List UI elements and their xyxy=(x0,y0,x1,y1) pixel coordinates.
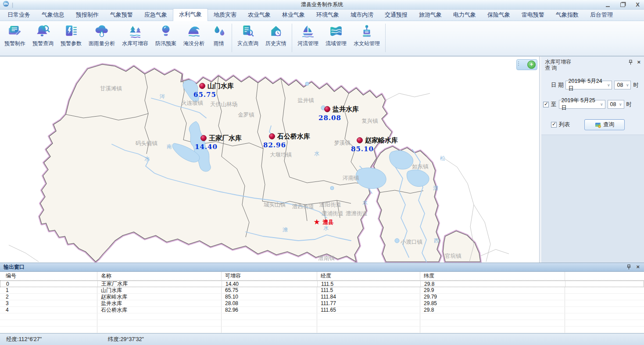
list-label: 列表 xyxy=(559,121,570,128)
tab-10[interactable]: 城市内涝 xyxy=(345,9,379,21)
close-icon[interactable]: × xyxy=(636,264,640,270)
table-cell xyxy=(97,313,222,320)
table-row[interactable]: 1山门水库65.75111.529.9 xyxy=(0,287,644,294)
river-label: 西 xyxy=(434,238,439,244)
inundation-icon xyxy=(186,24,201,39)
table-cell: 29.79 xyxy=(420,294,565,300)
table-empty-row[interactable] xyxy=(0,320,644,327)
toolbar-label: 水文站管理 xyxy=(354,40,380,47)
toolbar-label: 预警查询 xyxy=(32,40,54,47)
status-latitude: 纬度:29°37'32" xyxy=(108,336,144,343)
toolbar-button-alert-compose[interactable]: 预警制作 xyxy=(1,22,29,49)
date-to-value: 2019年 5月25日 xyxy=(562,97,598,112)
list-checkbox[interactable] xyxy=(551,122,557,128)
reservoir-name: 石公桥水库 xyxy=(277,132,310,140)
table-cell xyxy=(0,327,97,333)
reservoir-dot-icon[interactable] xyxy=(325,107,330,112)
tab-9[interactable]: 环境气象 xyxy=(311,9,345,21)
table-cell xyxy=(97,327,222,333)
reservoir-name: 山门水库 xyxy=(208,82,234,90)
reservoir-dot-icon[interactable] xyxy=(201,135,207,141)
table-row[interactable]: 0王家厂水库14.40111.529.8 xyxy=(0,281,644,287)
add-icon[interactable]: + xyxy=(527,60,536,69)
minimize-button[interactable] xyxy=(606,5,610,7)
town-label: 澧阳街道 xyxy=(319,202,341,208)
reservoir-dot-icon[interactable] xyxy=(269,134,275,139)
toolbar-button-disaster-query[interactable]: 灾点查询 xyxy=(234,22,262,49)
tab-15[interactable]: 雷电预警 xyxy=(516,9,550,21)
toolbar-button-disaster-history[interactable]: 历史灾情 xyxy=(262,22,290,49)
status-longitude: 经度:112°6'27" xyxy=(0,336,108,343)
table-cell: 王家厂水库 xyxy=(98,281,222,287)
river-label: 水 xyxy=(144,156,150,162)
pin-icon[interactable] xyxy=(627,264,631,270)
toolbar-label: 淹没分析 xyxy=(183,40,204,47)
tab-7[interactable]: 农业气象 xyxy=(242,9,276,21)
hour-from-select[interactable]: 08 ∨ xyxy=(614,81,631,89)
tab-8[interactable]: 林业气象 xyxy=(276,9,311,21)
hour-suffix: 时 xyxy=(626,101,632,108)
tab-2[interactable]: 预报制作 xyxy=(70,9,104,21)
tab-0[interactable]: 日常业务 xyxy=(2,9,36,21)
table-row[interactable]: 4石公桥水库82.96111.6529.8 xyxy=(0,307,644,313)
reservoir-value: 14.40 xyxy=(195,143,218,151)
table-cell xyxy=(420,313,565,320)
town-label: 小渡口镇 xyxy=(401,239,423,245)
toolbar-button-inundation[interactable]: 淹没分析 xyxy=(180,22,208,49)
date-from-select[interactable]: 2019年 5月24日 ∨ xyxy=(565,81,612,89)
tab-12[interactable]: 旅游气象 xyxy=(413,9,447,21)
tab-3[interactable]: 气象预警 xyxy=(104,9,139,21)
map-canvas[interactable]: 甘溪滩镇火连坡镇天供山林场金罗镇盐井镇复兴镇码头铺镇梦溪镇大堰垱镇涔南镇如东镇城… xyxy=(0,57,540,263)
tab-11[interactable]: 交通预报 xyxy=(379,9,413,21)
reservoir-name: 王家厂水库 xyxy=(208,134,242,142)
close-icon[interactable]: × xyxy=(637,59,640,65)
restore-button[interactable] xyxy=(620,3,625,7)
toolbar-button-alert-params[interactable]: 预警参数 xyxy=(57,22,85,49)
county-map[interactable]: 甘溪滩镇火连坡镇天供山林场金罗镇盐井镇复兴镇码头铺镇梦溪镇大堰垱镇涔南镇如东镇城… xyxy=(0,57,539,263)
query-button[interactable]: 查询 xyxy=(584,119,625,130)
toolbar-button-flood-plan[interactable]: 防汛预案 xyxy=(152,22,180,49)
panel-title-line1: 水库可增容 xyxy=(545,59,640,65)
toolbar-button-rain-info[interactable]: 雨情 xyxy=(208,22,230,49)
table-cell: 赵家峪水库 xyxy=(97,294,222,300)
tab-4[interactable]: 应急气象 xyxy=(139,9,173,21)
tab-17[interactable]: 后台管理 xyxy=(584,9,619,21)
disaster-history-icon xyxy=(268,24,283,39)
app-globe-icon xyxy=(3,0,9,9)
hour-to-select[interactable]: 08 ∨ xyxy=(608,100,624,109)
table-cell xyxy=(420,320,565,326)
table-cell: 29.8 xyxy=(421,281,565,287)
tab-14[interactable]: 保险气象 xyxy=(482,9,516,21)
toolbar-button-river-manage[interactable]: 河流管理 xyxy=(294,22,322,49)
tab-5[interactable]: 水利气象 xyxy=(173,8,208,21)
town-label: 复兴镇 xyxy=(361,118,378,124)
table-row[interactable]: 3盐井水库28.08111.7729.85 xyxy=(0,300,644,307)
table-empty-row[interactable] xyxy=(0,313,644,320)
close-button[interactable]: X xyxy=(636,2,640,7)
to-checkbox[interactable] xyxy=(543,102,549,107)
toolbar-label: 河流管理 xyxy=(297,40,318,47)
table-row[interactable]: 2赵家峪水库85.10111.8429.79 xyxy=(0,294,644,300)
toolbar-button-hydro-station[interactable]: 水文站管理 xyxy=(350,22,383,49)
toolbar-button-basin-manage[interactable]: 流域管理 xyxy=(322,22,350,49)
tab-16[interactable]: 气象指数 xyxy=(550,9,584,21)
map-overlay-widget[interactable]: + xyxy=(516,59,537,70)
toolbar-button-reservoir-capacity[interactable]: 水库可增容 xyxy=(118,22,152,49)
tab-1[interactable]: 气象信息 xyxy=(36,9,70,21)
reservoir-dot-icon[interactable] xyxy=(357,138,363,143)
reservoir-value: 65.75 xyxy=(193,91,216,99)
toolbar-button-alert-search[interactable]: 预警查询 xyxy=(29,22,57,49)
tab-6[interactable]: 地质灾害 xyxy=(208,9,242,21)
tab-13[interactable]: 电力气象 xyxy=(447,9,482,21)
river-label: 澧 xyxy=(433,185,438,191)
river-label: 水 xyxy=(314,150,319,156)
toolbar-button-rain-analysis[interactable]: 面雨量分析 xyxy=(85,22,118,49)
reservoir-dot-icon[interactable] xyxy=(200,83,205,89)
pin-icon[interactable] xyxy=(629,60,633,65)
table-empty-row[interactable] xyxy=(0,327,644,333)
toolbar-label: 灾点查询 xyxy=(237,40,258,47)
hydro-station-icon xyxy=(359,24,374,39)
date-to-select[interactable]: 2019年 5月25日 ∨ xyxy=(559,100,605,109)
main-area: 甘溪滩镇火连坡镇天供山林场金罗镇盐井镇复兴镇码头铺镇梦溪镇大堰垱镇涔南镇如东镇城… xyxy=(0,57,644,263)
chevron-down-icon: ∨ xyxy=(624,83,631,87)
